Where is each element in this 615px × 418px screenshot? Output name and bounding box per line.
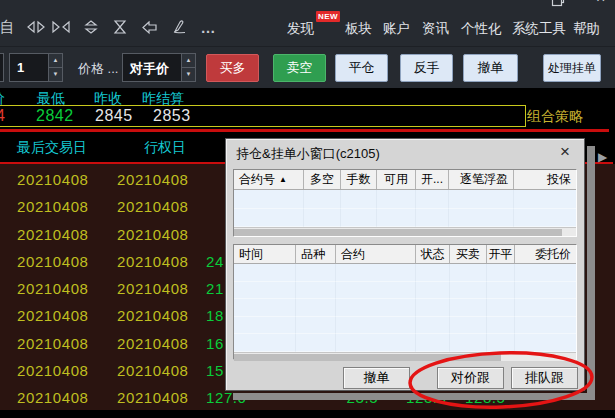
sell-short-button[interactable]: 卖空 (273, 54, 326, 82)
menu-news[interactable]: 资讯 (422, 20, 449, 38)
empty-row (234, 299, 576, 317)
menu-sectors[interactable]: 板块 (345, 20, 372, 38)
exercise-day: 20210408 (117, 248, 189, 275)
menu-personalize[interactable]: 个性化 (461, 20, 502, 38)
exercise-day: 20210408 (117, 166, 189, 193)
follow-price-button[interactable]: 对价跟 (437, 367, 504, 389)
empty-row (234, 334, 576, 352)
bottom-strip (0, 410, 615, 418)
col-available[interactable]: 可用 (377, 170, 416, 189)
row-value: 15 (206, 357, 224, 384)
quantity-spinner-arrows[interactable]: ▲▼ (48, 54, 62, 81)
expand-horizontal-icon[interactable] (25, 16, 47, 38)
exercise-day: 20210408 (117, 193, 189, 220)
price-mode-spinner-arrows[interactable]: ▲▼ (181, 54, 195, 81)
orders-table[interactable]: 时间 品种 合约 状态 买卖 开平 委托价 (233, 244, 577, 360)
exercise-day: 20210408 (117, 357, 189, 384)
pen-icon[interactable] (168, 16, 190, 38)
last-trading-day: 20210408 (17, 302, 89, 329)
clipped-quote-value: 4 (0, 107, 5, 125)
handle-pending-button[interactable]: 处理挂单 (543, 54, 601, 82)
quantity-stepper[interactable]: 1 ▲▼ (9, 53, 63, 82)
more-icon[interactable]: … (198, 16, 220, 38)
menu-discover[interactable]: 发现 (287, 20, 314, 38)
price-mode-value: 对手价 (130, 60, 169, 78)
expand-panel-icon[interactable]: ▶ (598, 150, 607, 164)
empty-row (234, 190, 576, 209)
row-value: 24 (206, 248, 224, 275)
sort-asc-icon: ▲ (279, 175, 287, 184)
trading-app-window: × 自 … 发现 NEW 板块 账户 资讯 个性化 系 (0, 0, 615, 418)
last-trading-day: 20210408 (17, 275, 89, 302)
col-long-short[interactable]: 多空 (304, 170, 341, 189)
collapse-horizontal-icon[interactable] (50, 16, 72, 38)
prev-settle-value: 2853 (153, 107, 191, 125)
menu-system-tools[interactable]: 系统工具 (512, 20, 566, 38)
col-lots[interactable]: 手数 (341, 170, 377, 189)
col-time[interactable]: 时间 (234, 245, 296, 263)
order-entry-bar: 1 ▲▼ 价格 ... 对手价 ▲▼ 买多 卖空 平仓 反手 撤单 处理挂单 (0, 46, 615, 88)
combo-strategy-button[interactable]: 组合策略 (527, 108, 583, 126)
popup-title: 持仓&挂单小窗口(c2105) (236, 145, 380, 163)
col-tick-profit[interactable]: 逐笔浮盈 (449, 170, 514, 189)
clipped-control (0, 53, 4, 82)
col-product[interactable]: 品种 (296, 245, 336, 263)
price-label: 价格 ... (78, 60, 118, 78)
close-position-button[interactable]: 平仓 (335, 54, 388, 82)
positions-table[interactable]: 合约号 ▲ 多空 手数 可用 开... 逐笔浮盈 投保 (233, 169, 577, 237)
exercise-day: 20210408 (117, 221, 189, 248)
col-open-close[interactable]: 开平 (487, 245, 515, 263)
price-mode-selector[interactable]: 对手价 ▲▼ (122, 53, 196, 82)
col-hedge[interactable]: 投保 (514, 170, 576, 189)
follow-queue-button[interactable]: 排队跟 (511, 367, 578, 389)
quote-row-highlight-box[interactable] (0, 105, 526, 127)
popup-shadow (233, 393, 595, 400)
low-value: 2842 (36, 107, 74, 125)
list-icon[interactable]: 自 (0, 16, 18, 38)
restore-window-icon[interactable] (550, 0, 566, 7)
last-trading-day: 20210408 (17, 357, 89, 384)
close-icon[interactable]: × (560, 142, 570, 162)
menu-help[interactable]: 帮助 (573, 20, 600, 38)
window-titlebar-strip: × (0, 0, 615, 9)
last-trading-day: 20210408 (17, 384, 89, 411)
exercise-day: 20210408 (117, 384, 189, 411)
last-trading-day: 20210408 (17, 330, 89, 357)
arrow-left-icon[interactable] (138, 16, 160, 38)
col-status[interactable]: 状态 (416, 245, 450, 263)
column-header-last-trading-day[interactable]: 最后交易日 (17, 139, 87, 157)
row-value: 18 (206, 302, 224, 329)
toolbar: 自 … 发现 NEW 板块 账户 资讯 个性化 系统工具 帮助 (0, 9, 615, 46)
hourglass-icon[interactable] (109, 16, 131, 38)
col-order-price[interactable]: 委托价 (515, 245, 576, 263)
exercise-day: 20210408 (117, 275, 189, 302)
exercise-day: 20210408 (117, 330, 189, 357)
close-window-icon[interactable]: × (596, 0, 605, 7)
last-trading-day: 20210408 (17, 248, 89, 275)
reverse-button[interactable]: 反手 (400, 54, 453, 82)
new-badge: NEW (316, 11, 340, 22)
buy-long-button[interactable]: 买多 (206, 54, 259, 82)
divider-red-line (0, 129, 609, 132)
empty-row (234, 317, 576, 335)
col-buy-sell[interactable]: 买卖 (450, 245, 487, 263)
col-open[interactable]: 开... (416, 170, 449, 189)
empty-row (234, 209, 576, 227)
empty-row (234, 282, 576, 300)
menu-account[interactable]: 账户 (383, 20, 410, 38)
col-contract[interactable]: 合约 (336, 245, 416, 263)
positions-orders-popup: 持仓&挂单小窗口(c2105) × 合约号 ▲ 多空 手数 可用 开... 逐笔… (225, 138, 585, 391)
cancel-order-button[interactable]: 撤单 (463, 54, 518, 82)
popup-shadow (587, 146, 595, 398)
last-trading-day: 20210408 (17, 221, 89, 248)
exercise-day: 20210408 (117, 302, 189, 329)
split-vertical-icon[interactable] (80, 16, 102, 38)
horizontal-scrollbar[interactable] (234, 227, 576, 236)
empty-row (234, 264, 576, 282)
column-header-exercise-day[interactable]: 行权日 (144, 139, 186, 157)
col-contract-id[interactable]: 合约号 ▲ (234, 170, 304, 189)
popup-cancel-order-button[interactable]: 撤单 (343, 367, 410, 389)
horizontal-scrollbar[interactable] (234, 352, 576, 361)
prev-close-value: 2845 (95, 107, 133, 125)
row-value: 16 (206, 330, 224, 357)
